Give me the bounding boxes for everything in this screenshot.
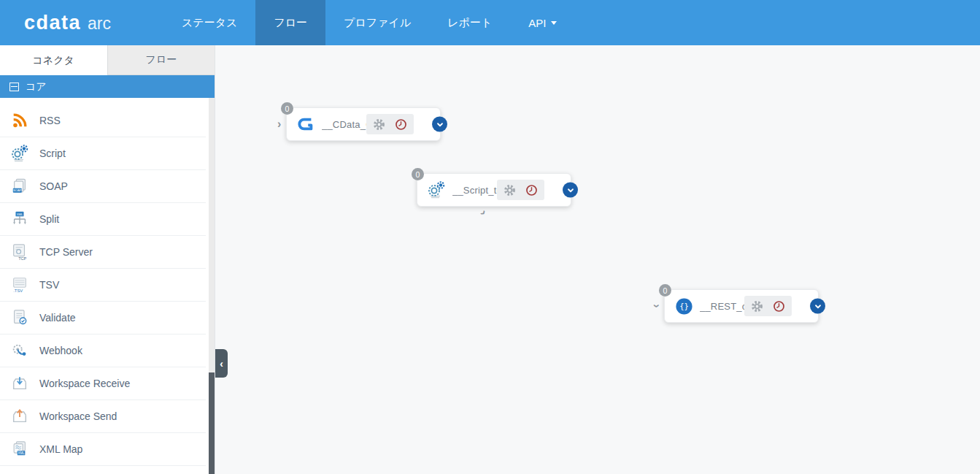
tab-connectors-label: コネクタ: [33, 54, 74, 67]
message-count-badge: 0: [281, 102, 293, 115]
flow-node[interactable]: 0 › __Script_token_: [417, 173, 571, 207]
connector-item-split[interactable]: XML Split: [0, 203, 206, 236]
connector-item-workspace-send[interactable]: Workspace Send: [0, 400, 206, 433]
svg-text:TCP: TCP: [18, 256, 26, 261]
node-controls: [497, 180, 544, 200]
collapse-section-icon: [9, 83, 19, 91]
tab-flow[interactable]: フロー: [107, 45, 215, 75]
split-icon: XML: [7, 210, 32, 228]
node-controls: [366, 114, 414, 134]
connector-item-tsv[interactable]: .TSV TSV: [0, 269, 206, 302]
node-title: __CData_GM...: [322, 119, 366, 130]
sidebar-section-label: コア: [26, 80, 47, 93]
flow-canvas[interactable]: 0 › __CData_GM... 0 › __Script_token_ 0 …: [216, 45, 980, 474]
connector-item-rss[interactable]: RSS: [0, 104, 206, 137]
settings-gear-icon[interactable]: [373, 118, 385, 131]
connection-arrow-icon[interactable]: ›: [277, 118, 281, 130]
sidebar-tabs: コネクタ フロー: [0, 45, 215, 75]
settings-gear-icon[interactable]: [751, 300, 763, 313]
connection-arrow-icon[interactable]: ›: [478, 207, 490, 218]
expand-chevron-down-icon[interactable]: [810, 299, 825, 314]
expand-chevron-down-icon[interactable]: [563, 183, 578, 198]
sidebar: コネクタ フロー コア RSS Script SOAP SOAP XML Spl…: [0, 45, 215, 474]
connector-item-validate[interactable]: Validate: [0, 302, 206, 335]
automation-clock-icon[interactable]: [773, 300, 785, 313]
node-title: __Script_token_: [452, 185, 497, 196]
tab-connectors[interactable]: コネクタ: [0, 45, 107, 75]
flow-node[interactable]: 0 › {} __REST_csvlap...: [664, 289, 819, 323]
caret-down-icon: [551, 21, 557, 25]
connector-item-xml-map[interactable]: XML XML Map: [0, 433, 206, 466]
connector-item-webhook[interactable]: Webhook: [0, 335, 206, 367]
tcp-server-icon: TCP: [7, 243, 32, 261]
svg-text:.TSV: .TSV: [13, 288, 23, 293]
top-navbar: cdata arc ステータスフロープロファイルレポートAPI: [0, 0, 980, 45]
svg-text:XML: XML: [18, 451, 25, 455]
svg-text:SOAP: SOAP: [13, 188, 22, 192]
nav-item-2[interactable]: プロファイル: [325, 0, 429, 45]
automation-clock-icon[interactable]: [525, 184, 538, 196]
expand-chevron-down-icon[interactable]: [432, 117, 447, 132]
soap-icon: SOAP: [7, 177, 32, 195]
logo-product-text: arc: [88, 14, 111, 34]
svg-text:XML: XML: [17, 213, 23, 216]
rest-connector-icon: {}: [674, 297, 693, 316]
node-controls: [744, 296, 792, 316]
cdata-connector-icon: [296, 115, 315, 134]
connector-list: RSS Script SOAP SOAP XML Split TCP TCP S…: [0, 98, 215, 466]
connector-item-tcp-server[interactable]: TCP TCP Server: [0, 236, 206, 269]
sidebar-collapse-handle[interactable]: ‹: [215, 349, 228, 378]
automation-clock-icon[interactable]: [395, 118, 407, 131]
connector-item-soap[interactable]: SOAP SOAP: [0, 170, 206, 203]
chevron-left-icon: ‹: [220, 358, 223, 370]
nav-item-0[interactable]: ステータス: [163, 0, 255, 45]
nav-item-3[interactable]: レポート: [429, 0, 510, 45]
nav-item-1[interactable]: フロー: [255, 0, 325, 45]
script-icon: [7, 144, 32, 163]
logo-brand-text: cdata: [24, 12, 81, 34]
tsv-icon: .TSV: [7, 276, 32, 294]
tab-flow-label: フロー: [145, 53, 177, 66]
workspace-send-icon: [7, 408, 32, 425]
svg-text:{}: {}: [679, 302, 689, 310]
workspace-receive-icon: [7, 375, 32, 392]
connector-item-workspace-receive[interactable]: Workspace Receive: [0, 367, 206, 400]
settings-gear-icon[interactable]: [503, 184, 516, 196]
connection-arrow-icon[interactable]: ›: [651, 304, 663, 307]
message-count-badge: 0: [412, 168, 424, 180]
sidebar-scrollbar-track[interactable]: [209, 98, 215, 474]
app-logo[interactable]: cdata arc: [24, 12, 111, 34]
xml-map-icon: XML: [7, 440, 32, 458]
rss-icon: [7, 112, 32, 129]
sidebar-section-core[interactable]: コア: [0, 75, 215, 98]
message-count-badge: 0: [659, 284, 671, 297]
nav-menu: ステータスフロープロファイルレポートAPI: [163, 0, 575, 45]
flow-node[interactable]: 0 › __CData_GM...: [286, 107, 441, 141]
validate-icon: [7, 309, 32, 326]
node-title: __REST_csvlap...: [700, 301, 744, 312]
sidebar-scrollbar-thumb[interactable]: [209, 372, 215, 474]
connector-item-script[interactable]: Script: [0, 137, 206, 170]
script-connector-icon: [427, 180, 446, 199]
nav-item-4[interactable]: API: [510, 0, 575, 45]
webhook-icon: [7, 342, 32, 359]
